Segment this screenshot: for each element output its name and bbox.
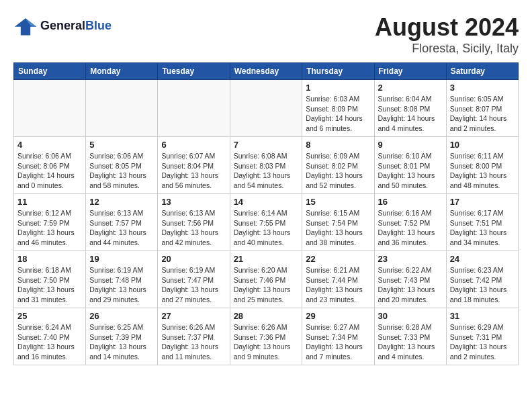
day-number: 1 [306,83,370,93]
day-info: Sunrise: 6:08 AMSunset: 8:03 PMDaylight:… [234,151,299,191]
calendar-cell [158,80,230,137]
day-number: 16 [378,197,443,207]
week-row-2: 4Sunrise: 6:06 AMSunset: 8:06 PMDaylight… [14,137,519,194]
calendar-cell: 31Sunrise: 6:29 AMSunset: 7:31 PMDayligh… [446,308,518,365]
svg-marker-0 [15,18,36,35]
logo-icon [13,13,38,38]
day-info: Sunrise: 6:03 AMSunset: 8:09 PMDaylight:… [306,94,370,134]
calendar-header-row: SundayMondayTuesdayWednesdayThursdayFrid… [14,63,519,80]
day-info: Sunrise: 6:21 AMSunset: 7:44 PMDaylight:… [306,265,370,305]
day-info: Sunrise: 6:11 AMSunset: 8:00 PMDaylight:… [450,151,515,191]
day-number: 7 [234,140,299,150]
day-number: 11 [17,197,82,207]
calendar-cell: 5Sunrise: 6:06 AMSunset: 8:05 PMDaylight… [86,137,158,194]
logo-text: GeneralBlue [40,19,112,33]
day-number: 25 [17,311,82,321]
calendar-cell: 17Sunrise: 6:17 AMSunset: 7:51 PMDayligh… [446,194,518,251]
day-number: 19 [89,254,154,264]
calendar-cell: 18Sunrise: 6:18 AMSunset: 7:50 PMDayligh… [14,251,86,308]
day-number: 15 [306,197,370,207]
day-info: Sunrise: 6:13 AMSunset: 7:57 PMDaylight:… [89,208,154,248]
day-info: Sunrise: 6:26 AMSunset: 7:37 PMDaylight:… [161,322,226,362]
day-number: 12 [89,197,154,207]
calendar-cell: 9Sunrise: 6:10 AMSunset: 8:01 PMDaylight… [374,137,446,194]
day-number: 3 [450,83,515,93]
calendar-cell: 10Sunrise: 6:11 AMSunset: 8:00 PMDayligh… [446,137,518,194]
day-info: Sunrise: 6:19 AMSunset: 7:47 PMDaylight:… [161,265,226,305]
day-info: Sunrise: 6:15 AMSunset: 7:54 PMDaylight:… [306,208,370,248]
day-info: Sunrise: 6:07 AMSunset: 8:04 PMDaylight:… [161,151,226,191]
day-info: Sunrise: 6:28 AMSunset: 7:33 PMDaylight:… [378,322,443,362]
calendar-cell: 14Sunrise: 6:14 AMSunset: 7:55 PMDayligh… [230,194,302,251]
calendar-cell: 21Sunrise: 6:20 AMSunset: 7:46 PMDayligh… [230,251,302,308]
page-header: GeneralBlue August 2024 Floresta, Sicily… [13,13,519,56]
logo: GeneralBlue [13,13,112,38]
location-title: Floresta, Sicily, Italy [375,42,519,56]
month-title: August 2024 [375,13,519,42]
calendar-cell: 1Sunrise: 6:03 AMSunset: 8:09 PMDaylight… [302,80,374,137]
day-number: 10 [450,140,515,150]
day-header-sunday: Sunday [14,63,86,80]
week-row-5: 25Sunrise: 6:24 AMSunset: 7:40 PMDayligh… [14,308,519,365]
day-info: Sunrise: 6:12 AMSunset: 7:59 PMDaylight:… [17,208,82,248]
calendar-cell: 26Sunrise: 6:25 AMSunset: 7:39 PMDayligh… [86,308,158,365]
calendar-cell: 19Sunrise: 6:19 AMSunset: 7:48 PMDayligh… [86,251,158,308]
calendar-cell: 24Sunrise: 6:23 AMSunset: 7:42 PMDayligh… [446,251,518,308]
calendar-cell: 27Sunrise: 6:26 AMSunset: 7:37 PMDayligh… [158,308,230,365]
day-info: Sunrise: 6:22 AMSunset: 7:43 PMDaylight:… [378,265,443,305]
calendar-cell: 3Sunrise: 6:05 AMSunset: 8:07 PMDaylight… [446,80,518,137]
day-info: Sunrise: 6:14 AMSunset: 7:55 PMDaylight:… [234,208,299,248]
day-number: 26 [89,311,154,321]
day-info: Sunrise: 6:29 AMSunset: 7:31 PMDaylight:… [450,322,515,362]
day-number: 18 [17,254,82,264]
day-info: Sunrise: 6:23 AMSunset: 7:42 PMDaylight:… [450,265,515,305]
calendar-cell: 13Sunrise: 6:13 AMSunset: 7:56 PMDayligh… [158,194,230,251]
day-info: Sunrise: 6:16 AMSunset: 7:52 PMDaylight:… [378,208,443,248]
day-info: Sunrise: 6:17 AMSunset: 7:51 PMDaylight:… [450,208,515,248]
calendar-cell [230,80,302,137]
day-info: Sunrise: 6:26 AMSunset: 7:36 PMDaylight:… [234,322,299,362]
calendar-cell: 8Sunrise: 6:09 AMSunset: 8:02 PMDaylight… [302,137,374,194]
calendar-cell: 6Sunrise: 6:07 AMSunset: 8:04 PMDaylight… [158,137,230,194]
calendar-cell [86,80,158,137]
day-number: 5 [89,140,154,150]
day-number: 2 [378,83,443,93]
day-number: 24 [450,254,515,264]
calendar-cell: 28Sunrise: 6:26 AMSunset: 7:36 PMDayligh… [230,308,302,365]
calendar-table: SundayMondayTuesdayWednesdayThursdayFrid… [13,62,519,365]
day-number: 6 [161,140,226,150]
day-info: Sunrise: 6:19 AMSunset: 7:48 PMDaylight:… [89,265,154,305]
day-header-tuesday: Tuesday [158,63,230,80]
calendar-cell: 7Sunrise: 6:08 AMSunset: 8:03 PMDaylight… [230,137,302,194]
calendar-cell: 2Sunrise: 6:04 AMSunset: 8:08 PMDaylight… [374,80,446,137]
day-info: Sunrise: 6:13 AMSunset: 7:56 PMDaylight:… [161,208,226,248]
day-info: Sunrise: 6:10 AMSunset: 8:01 PMDaylight:… [378,151,443,191]
day-info: Sunrise: 6:18 AMSunset: 7:50 PMDaylight:… [17,265,82,305]
day-info: Sunrise: 6:04 AMSunset: 8:08 PMDaylight:… [378,94,443,134]
day-info: Sunrise: 6:06 AMSunset: 8:05 PMDaylight:… [89,151,154,191]
day-number: 27 [161,311,226,321]
day-header-wednesday: Wednesday [230,63,302,80]
day-number: 20 [161,254,226,264]
day-number: 23 [378,254,443,264]
week-row-1: 1Sunrise: 6:03 AMSunset: 8:09 PMDaylight… [14,80,519,137]
day-number: 17 [450,197,515,207]
calendar-cell: 11Sunrise: 6:12 AMSunset: 7:59 PMDayligh… [14,194,86,251]
day-number: 22 [306,254,370,264]
calendar-cell: 29Sunrise: 6:27 AMSunset: 7:34 PMDayligh… [302,308,374,365]
day-info: Sunrise: 6:05 AMSunset: 8:07 PMDaylight:… [450,94,515,134]
day-number: 13 [161,197,226,207]
calendar-cell: 20Sunrise: 6:19 AMSunset: 7:47 PMDayligh… [158,251,230,308]
day-number: 31 [450,311,515,321]
day-number: 28 [234,311,299,321]
day-number: 4 [17,140,82,150]
day-header-saturday: Saturday [446,63,518,80]
day-header-monday: Monday [86,63,158,80]
calendar-cell: 30Sunrise: 6:28 AMSunset: 7:33 PMDayligh… [374,308,446,365]
day-number: 21 [234,254,299,264]
week-row-3: 11Sunrise: 6:12 AMSunset: 7:59 PMDayligh… [14,194,519,251]
calendar-cell: 22Sunrise: 6:21 AMSunset: 7:44 PMDayligh… [302,251,374,308]
day-info: Sunrise: 6:09 AMSunset: 8:02 PMDaylight:… [306,151,370,191]
day-number: 30 [378,311,443,321]
day-header-thursday: Thursday [302,63,374,80]
